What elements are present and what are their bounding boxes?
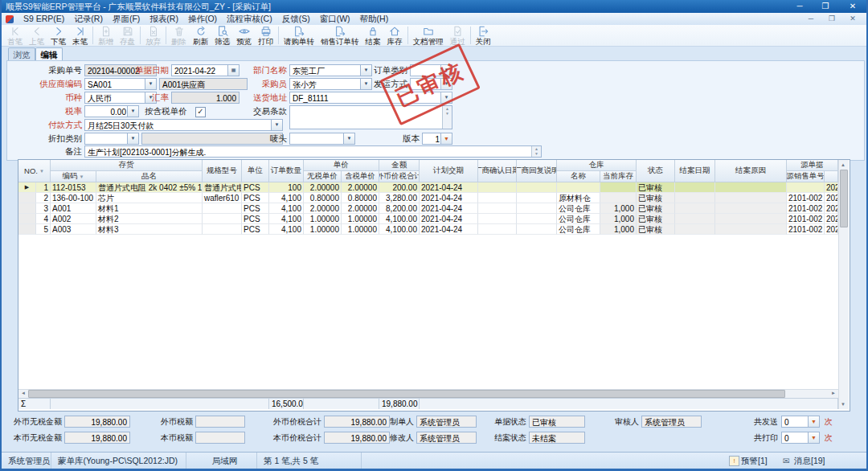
grid-cell-code[interactable]: A001: [51, 203, 96, 214]
grid-cell-confirm[interactable]: [478, 193, 517, 203]
grid-cell-srcso[interactable]: 2101-002: [787, 193, 825, 203]
grid-cell-pi[interactable]: 2.00000: [342, 203, 379, 214]
footer-count-field[interactable]: 0▼: [781, 416, 820, 428]
grid-cell-amt[interactable]: 4,100.00: [379, 214, 420, 224]
spinner-icon[interactable]: ▼: [127, 106, 138, 117]
hscroll-thumb[interactable]: [28, 390, 785, 398]
grid-cell-code[interactable]: A003: [51, 224, 96, 235]
grid-cell-pi[interactable]: 2.00000: [342, 182, 379, 193]
grid-cell-unit[interactable]: PCS: [242, 224, 269, 235]
grid-cell-unit[interactable]: PCS: [242, 214, 269, 224]
grid-header-无税单价[interactable]: 无税单价: [304, 171, 342, 182]
scroll-down-icon[interactable]: ▼: [839, 400, 847, 408]
grid-cell-no[interactable]: 1: [36, 182, 51, 193]
toolbar-inventory-button[interactable]: 库存: [384, 25, 406, 46]
scroll-up-icon[interactable]: ▲: [839, 161, 847, 169]
scroll-arrows-icon[interactable]: ▲▼: [442, 106, 452, 129]
grid-cell-reason[interactable]: [715, 214, 787, 224]
grid-cell-src[interactable]: 202: [825, 224, 838, 235]
grid-cell-spec[interactable]: wafler610: [203, 193, 242, 203]
menu-item[interactable]: 操作(O): [183, 13, 222, 25]
grid-cell-spec[interactable]: [203, 214, 242, 224]
row-indicator[interactable]: [18, 203, 36, 214]
grid-cell-reason[interactable]: [715, 193, 787, 203]
row-indicator[interactable]: [18, 224, 36, 235]
grid-cell-px[interactable]: 2.00000: [304, 203, 342, 214]
toolbar-transfer-sales-button[interactable]: 销售订单转: [317, 25, 362, 46]
grid-header-src[interactable]: [825, 171, 838, 182]
grid-cell-no[interactable]: 4: [36, 214, 51, 224]
statusbar-alerts[interactable]: 预警[1]: [741, 453, 768, 469]
toolbar-preview-button[interactable]: 预览: [233, 25, 255, 46]
grid-cell-px[interactable]: 0.80000: [304, 193, 342, 203]
grid-cell-name[interactable]: 普通片式电阻 2k 0402 ±5% 1/16W: [96, 182, 203, 193]
grid-cell-amt[interactable]: 3,280.00: [379, 193, 420, 203]
grid-header-当前库存[interactable]: 当前库存: [600, 171, 637, 182]
filter-funnel-icon[interactable]: ▼: [80, 174, 84, 179]
grid-cell-srcso[interactable]: [787, 182, 825, 193]
grid-cell-code[interactable]: 136-00-100: [51, 193, 96, 203]
tab-browse[interactable]: 浏览: [8, 47, 35, 61]
mdi-close-icon[interactable]: ✕: [847, 14, 858, 24]
grid-cell-wh[interactable]: 公司仓库: [557, 224, 600, 235]
grid-cell-confirm[interactable]: [478, 214, 517, 224]
grid-cell-status[interactable]: 已审核: [637, 193, 675, 203]
grid-cell-srcso[interactable]: 2101-002: [787, 214, 825, 224]
grid-cell-status[interactable]: 已审核: [637, 224, 675, 235]
grid-header-规格型号[interactable]: 规格型号: [203, 160, 242, 182]
toolbar-transfer-request-button[interactable]: 请购单转: [280, 25, 317, 46]
chevron-down-icon[interactable]: ▼: [145, 79, 156, 89]
grid-cell-unit[interactable]: PCS: [242, 182, 269, 193]
menu-item[interactable]: 流程审核(C): [222, 13, 277, 25]
grid-cell-srcso[interactable]: 2101-002: [787, 224, 825, 235]
grid-cell-amt[interactable]: 4,100.00: [379, 224, 420, 235]
spinner-icon[interactable]: ▼: [808, 432, 819, 443]
spinner-icon[interactable]: ▼: [440, 133, 452, 144]
grid-cell-reason[interactable]: [715, 182, 787, 193]
grid-cell-pi[interactable]: 1.00000: [342, 224, 379, 235]
grid-cell-due[interactable]: 2021-04-24: [420, 203, 478, 214]
grid-cell-status[interactable]: 已审核: [637, 214, 675, 224]
grid-cell-no[interactable]: 3: [36, 203, 51, 214]
grid-cell-code[interactable]: 112-0153: [51, 182, 96, 193]
grid-cell-no[interactable]: 2: [36, 193, 51, 203]
menu-item[interactable]: 记录(R): [69, 13, 108, 25]
grid-cell-px[interactable]: 1.00000: [304, 224, 342, 235]
grid-cell-qty[interactable]: 4,100: [269, 214, 304, 224]
grid-cell-reply[interactable]: [517, 182, 557, 193]
grid-cell-reply[interactable]: [517, 214, 557, 224]
grid-header-源单据[interactable]: 源单据: [787, 160, 838, 171]
grid-header-仓库[interactable]: 仓库: [557, 160, 637, 171]
minimize-button[interactable]: ─: [791, 1, 809, 12]
grid-cell-qty[interactable]: 4,100: [269, 224, 304, 235]
menu-item[interactable]: 界面(F): [108, 13, 145, 25]
grid-header-NO.[interactable]: NO.▼: [18, 160, 51, 182]
maximize-button[interactable]: ❐: [817, 1, 834, 12]
grid-header-品名[interactable]: 品名: [96, 171, 203, 182]
grid-cell-reply[interactable]: [517, 193, 557, 203]
grid-header-存货[interactable]: 存货: [51, 160, 203, 171]
grid-cell-closed[interactable]: [675, 214, 715, 224]
grid-cell-wh[interactable]: [557, 182, 600, 193]
toolbar-lock-button[interactable]: 结案: [362, 25, 384, 46]
grid-cell-closed[interactable]: [675, 203, 715, 214]
grid-header-外币价税合计[interactable]: 外币价税合计: [379, 171, 420, 182]
toolbar-refresh-button[interactable]: 刷新: [190, 25, 211, 46]
grid-cell-unit[interactable]: PCS: [242, 203, 269, 214]
grid-cell-confirm[interactable]: [478, 182, 517, 193]
grid-cell-code[interactable]: A002: [51, 214, 96, 224]
toolbar-filter-button[interactable]: 筛选: [211, 25, 233, 46]
grid-header-结案日期[interactable]: 结案日期: [675, 160, 715, 182]
grid-header-厂商确认日期[interactable]: 厂商确认日期: [478, 160, 517, 182]
grid-cell-wh[interactable]: 原材料仓: [557, 193, 600, 203]
grid-header-状态[interactable]: 状态: [637, 160, 675, 182]
toolbar-print-button[interactable]: 打印: [255, 25, 276, 46]
grid-header-订单数量[interactable]: 订单数量: [269, 160, 304, 182]
grid-cell-closed[interactable]: [675, 224, 715, 235]
grid-cell-name[interactable]: 材料1: [96, 203, 203, 214]
grid-cell-reply[interactable]: [517, 203, 557, 214]
grid-cell-due[interactable]: 2021-04-24: [420, 193, 478, 203]
grid-cell-reply[interactable]: [517, 224, 557, 235]
scroll-right-icon[interactable]: ►: [829, 390, 837, 397]
version-field[interactable]: 1▼: [422, 133, 452, 145]
